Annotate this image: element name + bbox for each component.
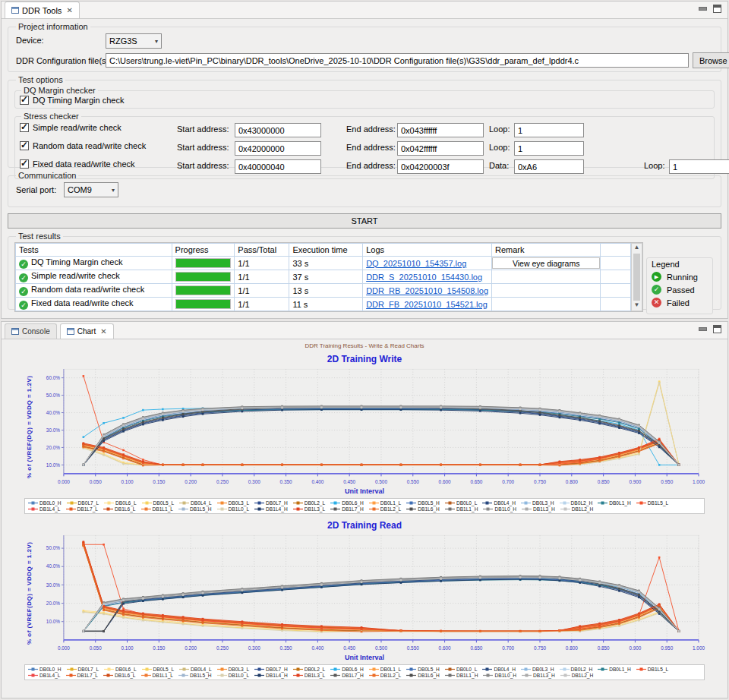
scroll-down-icon[interactable]: ▼ <box>634 301 640 311</box>
simple-rw-label: Simple read/write check <box>33 123 122 132</box>
chart-legend-entry: DB0L0_L <box>445 667 478 672</box>
browse-button[interactable]: Browse <box>693 52 729 68</box>
loop-label: Loop: <box>489 125 510 134</box>
scrollbar-thumb[interactable] <box>633 254 640 301</box>
dq-timing-margin-check-row[interactable]: DQ Timing Margin check <box>20 96 709 105</box>
log-link[interactable]: DDR_RB_20251010_154508.log <box>366 286 488 295</box>
test-name: Fixed data read/write check <box>31 298 134 307</box>
simple-rw-checkbox[interactable] <box>20 123 29 132</box>
execution-time-value: 13 s <box>289 284 363 298</box>
minimize-icon[interactable] <box>698 5 707 11</box>
chart-legend-entry: DB1L4_H <box>254 673 288 678</box>
progress-bar <box>175 258 232 268</box>
chart-legend-entry: DB1L1_L <box>141 673 174 678</box>
log-link[interactable]: DDR_S_20251010_154430.log <box>366 273 482 282</box>
close-icon[interactable]: ✕ <box>100 327 106 336</box>
chart-legend-entry: DB0L1_H <box>598 500 631 506</box>
chart-legend-entry: DB0L3_L <box>217 500 250 506</box>
svg-text:0.900: 0.900 <box>629 479 641 484</box>
svg-text:0.850: 0.850 <box>598 645 610 651</box>
project-information-title: Project information <box>16 22 90 31</box>
simple-start-input[interactable] <box>235 123 321 137</box>
svg-text:0.950: 0.950 <box>661 645 673 651</box>
random-end-input[interactable] <box>397 141 484 156</box>
simple-loop-input[interactable] <box>514 123 584 137</box>
tab-ddr-tools[interactable]: DDR Tools ✕ <box>5 2 80 18</box>
col-progress: Progress <box>172 244 235 257</box>
chart-legend-entry: DB0L4_H <box>482 667 516 672</box>
chevron-down-icon: ▾ <box>112 187 115 194</box>
svg-text:0.700: 0.700 <box>502 479 514 484</box>
start-button[interactable]: START <box>8 213 721 229</box>
random-loop-input[interactable] <box>514 141 584 156</box>
results-scrollbar[interactable]: ▲ ▼ <box>631 243 642 311</box>
series-marker-icon <box>482 500 492 506</box>
fixed-start-input[interactable] <box>235 159 321 174</box>
svg-text:1.000: 1.000 <box>693 645 705 651</box>
svg-text:0.150: 0.150 <box>153 645 165 651</box>
chart-legend-entry: DB1L6_H <box>406 506 440 512</box>
chart-read-ylabel: % of (VREF(DQ) = VDDQ = 1.2V) <box>21 532 36 654</box>
series-marker-icon <box>293 667 303 672</box>
random-rw-checkbox[interactable] <box>20 141 29 150</box>
chart-legend-entry: DB1L6_L <box>103 673 136 678</box>
chart-write: 2D Training Write % of (VREF(DQ) = VDDQ … <box>21 352 708 514</box>
svg-text:0.400: 0.400 <box>311 645 323 651</box>
series-marker-icon <box>598 500 608 506</box>
chart-write-ylabel: % of (VREF(DQ) = VDDQ = 1.2V) <box>21 366 36 487</box>
svg-text:0.350: 0.350 <box>280 645 292 651</box>
progress-bar <box>175 272 232 282</box>
view-eye-diagrams-button[interactable]: View eye diagrams <box>492 257 600 269</box>
maximize-icon[interactable] <box>713 5 721 13</box>
restore-icon[interactable] <box>713 325 721 333</box>
svg-text:0.300: 0.300 <box>248 479 260 484</box>
dq-timing-margin-checkbox[interactable] <box>20 96 29 105</box>
device-select[interactable]: RZG3S ▾ <box>106 33 162 49</box>
chart-legend-entry: DB0L7_H <box>254 667 288 672</box>
status-legend-group: Legend ▶ Running ✓ Passed ✕ Failed <box>646 257 713 314</box>
tab-ddr-tools-label: DDR Tools <box>22 6 62 15</box>
legend-running: ▶ Running <box>652 272 708 282</box>
chart-legend-entry: DB1L4_L <box>28 506 61 512</box>
series-marker-icon <box>445 673 455 678</box>
chart-legend-entry: DB0L1_H <box>598 667 631 672</box>
fixed-loop-input[interactable] <box>669 159 729 174</box>
scroll-up-icon[interactable]: ▲ <box>634 244 640 253</box>
chart-legend-entry: DB1L3_L <box>293 673 326 678</box>
log-link[interactable]: DQ_20251010_154357.log <box>366 259 466 268</box>
chart-legend-entry: DB1L1_H <box>445 673 478 678</box>
simple-end-input[interactable] <box>397 123 484 137</box>
series-marker-icon <box>598 667 608 672</box>
fixed-rw-checkbox[interactable] <box>20 159 29 169</box>
col-pass-total: Pass/Total <box>235 244 289 257</box>
config-file-input[interactable] <box>106 53 689 68</box>
svg-text:0.900: 0.900 <box>629 645 641 651</box>
serial-port-select[interactable]: COM9 ▾ <box>64 182 118 197</box>
chart-legend-entry: DB1L7_L <box>66 506 99 512</box>
project-information-group: Project information Device: RZG3S ▾ DDR … <box>8 22 721 72</box>
log-link[interactable]: DDR_FB_20251010_154521.log <box>366 300 488 309</box>
tab-chart[interactable]: Chart ✕ <box>60 323 114 339</box>
remark-cell <box>492 270 601 284</box>
series-marker-icon <box>330 500 340 506</box>
fixed-end-input[interactable] <box>397 159 484 174</box>
chart-legend-entry: DB1L5_H <box>178 506 212 512</box>
minimize-icon[interactable] <box>698 325 707 332</box>
running-icon: ▶ <box>652 272 661 282</box>
passed-check-icon: ✓ <box>652 285 661 295</box>
chart-legend-entry: DB1L7_H <box>330 673 364 678</box>
series-marker-icon <box>254 673 264 678</box>
svg-text:60.0%: 60.0% <box>46 375 60 380</box>
series-marker-icon <box>330 506 340 512</box>
col-tests: Tests <box>16 244 172 257</box>
chart-legend-entry: DB0L6_H <box>330 667 364 672</box>
close-icon[interactable]: ✕ <box>66 6 72 14</box>
random-start-input[interactable] <box>235 141 321 156</box>
tab-console[interactable]: Console <box>5 323 57 339</box>
fixed-data-input[interactable] <box>514 159 584 174</box>
legend-failed-label: Failed <box>667 298 690 307</box>
execution-time-value: 37 s <box>289 270 363 284</box>
chart-write-legend: DB0L0_HDB0L7_LDB0L6_LDB0L5_LDB0L4_LDB0L3… <box>24 498 705 514</box>
test-name: Random data read/write check <box>31 285 144 294</box>
svg-text:0.500: 0.500 <box>375 479 387 484</box>
